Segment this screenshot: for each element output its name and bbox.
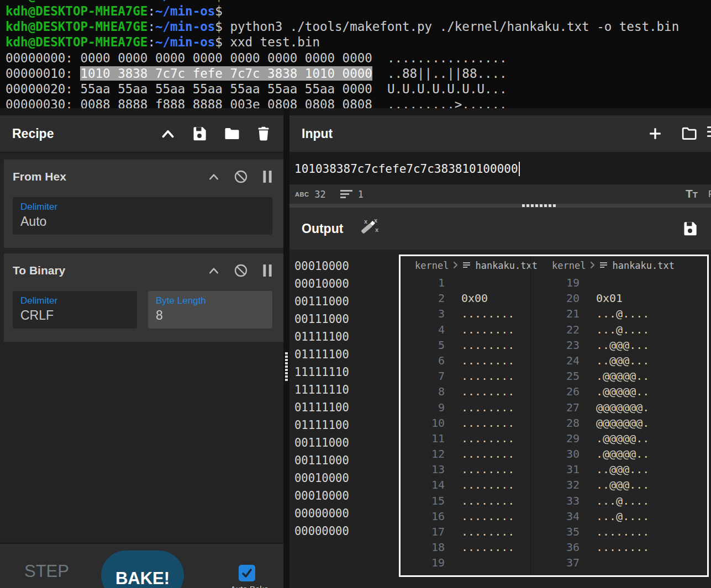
code-line: 30.@@@@@.. — [531, 446, 707, 462]
line-number: 6 — [401, 353, 445, 368]
code-line: 35........ — [531, 524, 707, 539]
recipe-panel: Recipe From Hex — [0, 108, 283, 588]
arg-delimiter[interactable]: Delimiter Auto — [13, 197, 272, 235]
line-text: ........ — [461, 493, 514, 508]
op-collapse-icon[interactable] — [208, 267, 219, 274]
code-line: 25.@@@@@.. — [531, 368, 707, 384]
hexdump-ascii: U.U.U.U.U.U.U... — [387, 82, 507, 96]
magic-wand-icon[interactable]: x x x — [357, 219, 380, 239]
auto-bake-checkbox[interactable] — [239, 565, 255, 581]
open-folder-icon[interactable] — [224, 126, 240, 141]
operation-from-hex[interactable]: From Hex Delimiter Auto — [4, 160, 283, 248]
code-line: 26.@@@@@.. — [531, 384, 707, 399]
line-text: ........ — [461, 539, 514, 555]
arg-byte-length[interactable]: Byte Length 8 — [148, 291, 272, 329]
line-number: 8 — [401, 384, 445, 399]
terminal-window: kdh@DESKTOP-MHEA7GE:~/min-os$ kdh@DESKTO… — [0, 0, 711, 108]
line-text: ...@.... — [596, 508, 649, 524]
breadcrumb[interactable]: kernel hankaku.txt — [531, 256, 707, 275]
hexdump-lines: 00000000: 0000 0000 0000 0000 0000 0000 … — [6, 50, 711, 113]
bake-button[interactable]: BAKE! — [101, 550, 184, 588]
top-strip — [0, 108, 283, 115]
line-number: 7 — [401, 368, 445, 384]
code-line: 20x00 — [401, 290, 530, 306]
code-line: 31..@@@... — [531, 462, 707, 477]
code-line: 8........ — [401, 384, 530, 399]
io-splitter[interactable] — [289, 204, 711, 208]
open-file-icon[interactable] — [681, 126, 698, 141]
code-line: 7........ — [401, 368, 530, 384]
prompt-user: kdh@DESKTOP-MHEA7GE — [6, 19, 148, 34]
line-number: 19 — [531, 275, 580, 290]
breadcrumb[interactable]: kernel hankaku.txt — [401, 256, 530, 275]
line-number: 18 — [401, 539, 445, 555]
line-number: 14 — [401, 477, 445, 492]
arg-label: Byte Length — [156, 295, 265, 306]
file-icon — [599, 260, 608, 271]
line-text: ...@.... — [596, 306, 649, 321]
editor-overlay-window[interactable]: kernel hankaku.txt 120x003........4.....… — [399, 255, 709, 577]
breadcrumb-folder[interactable]: kernel — [552, 260, 586, 271]
splitter-handle-icon — [522, 204, 556, 207]
line-number: 35 — [531, 524, 580, 539]
op-breakpoint-icon[interactable] — [262, 264, 272, 277]
line-text: ........ — [461, 368, 514, 384]
op-breakpoint-icon[interactable] — [262, 170, 272, 183]
auto-bake-control: Auto Bake — [230, 565, 264, 588]
line-text: .@@@@@.. — [596, 368, 649, 384]
line-number: 2 — [401, 290, 445, 306]
panel-splitter[interactable] — [283, 108, 289, 588]
trash-icon[interactable] — [257, 126, 270, 141]
code-line: 4........ — [401, 322, 530, 337]
line-count-icon — [340, 190, 352, 198]
svg-text:x: x — [364, 219, 368, 225]
io-panel: Input 101038387c7cfefe7c7c383810100000 A… — [289, 108, 711, 588]
code-line: 29.@@@@@.. — [531, 431, 707, 446]
line-number: 23 — [531, 337, 580, 353]
line-text: ...@.... — [596, 493, 649, 508]
auto-bake-label: Auto Bake — [230, 584, 264, 588]
hexdump-offset: 00000020: — [6, 82, 73, 96]
step-button[interactable]: STEP — [24, 561, 69, 581]
line-number: 29 — [531, 431, 580, 446]
input-textarea[interactable]: 101038387c7cfefe7c7c383810100000 — [289, 153, 711, 184]
text-cursor — [519, 162, 520, 176]
breadcrumb-file[interactable]: hankaku.txt — [475, 260, 538, 271]
hexdump-bytes: 1010 3838 7c7c fefe 7c7c 3838 1010 0000 — [80, 66, 372, 81]
operation-to-binary[interactable]: To Binary Delimiter CRLF Byte Length 8 — [4, 253, 283, 342]
code-line: 6........ — [401, 353, 530, 368]
code-line: 11........ — [401, 431, 530, 446]
line-number: 26 — [531, 384, 580, 399]
line-text: ........ — [461, 337, 514, 353]
clipped-tab-list-icon[interactable] — [707, 126, 711, 141]
collapse-icon[interactable] — [161, 129, 175, 139]
line-number: 25 — [531, 368, 580, 384]
code-line: 200x01 — [531, 290, 707, 306]
line-text: 0x00 — [461, 290, 488, 306]
splitter-handle-icon — [285, 352, 288, 381]
line-text: ........ — [461, 384, 514, 399]
hexdump-row: 00000010: 1010 3838 7c7c fefe 7c7c 3838 … — [6, 66, 711, 81]
line-number: 10 — [401, 415, 445, 431]
line-number: 27 — [531, 400, 580, 415]
save-output-icon[interactable] — [682, 221, 698, 236]
code-line: 22...@.... — [531, 322, 707, 337]
line-text: ........ — [461, 446, 514, 462]
font-size-icon[interactable]: TT — [686, 187, 698, 200]
op-disable-icon[interactable] — [234, 169, 248, 184]
line-text: ........ — [461, 524, 514, 539]
editor-pane-left[interactable]: kernel hankaku.txt 120x003........4.....… — [401, 256, 530, 575]
add-tab-icon[interactable] — [648, 126, 662, 141]
breadcrumb-folder[interactable]: kernel — [415, 260, 449, 271]
svg-text:x: x — [375, 226, 379, 233]
breadcrumb-file[interactable]: hankaku.txt — [612, 260, 675, 271]
arg-delimiter[interactable]: Delimiter CRLF — [13, 291, 137, 329]
editor-pane-right[interactable]: kernel hankaku.txt 19200x0121...@....22.… — [530, 256, 707, 575]
file-icon — [462, 260, 471, 271]
line-number: 11 — [401, 431, 445, 446]
chevron-right-icon — [453, 260, 458, 271]
op-collapse-icon[interactable] — [208, 173, 219, 181]
code-line: 3........ — [401, 306, 530, 321]
op-disable-icon[interactable] — [234, 263, 248, 278]
save-recipe-icon[interactable] — [192, 126, 207, 141]
